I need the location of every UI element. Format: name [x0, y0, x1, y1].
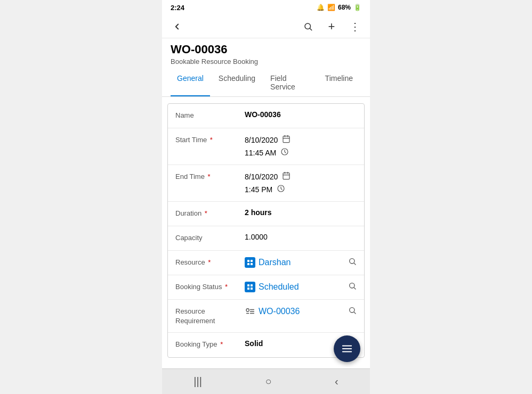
booking-type-required: * [219, 340, 223, 348]
svg-rect-21 [251, 288, 253, 290]
field-resource-requirement-label: Resource Requirement [175, 306, 245, 326]
svg-rect-12 [247, 260, 249, 262]
svg-rect-20 [247, 288, 249, 290]
resource-name: Darshan [259, 258, 291, 267]
field-name-label: Name [175, 110, 245, 120]
nav-home-button[interactable]: ○ [254, 373, 282, 390]
end-time-required: * [206, 173, 211, 180]
svg-point-29 [350, 308, 354, 313]
svg-rect-15 [251, 263, 253, 265]
field-resource-value[interactable]: Darshan [245, 257, 291, 268]
end-time: 1:45 PM [245, 185, 272, 194]
end-date: 8/10/2020 [245, 173, 278, 181]
svg-rect-19 [251, 284, 253, 286]
start-calendar-icon[interactable] [282, 135, 291, 145]
start-clock-icon[interactable] [280, 147, 289, 158]
field-booking-status-value[interactable]: Scheduled [245, 282, 299, 292]
field-resource-requirement-value[interactable]: WO-00036 [245, 307, 300, 316]
tabs-bar: General Scheduling Field Service Timelin… [162, 70, 370, 97]
page-header: WO-00036 Bookable Resource Booking [162, 38, 370, 70]
svg-line-17 [354, 263, 356, 265]
nav-menu-button[interactable]: ||| [183, 373, 213, 390]
svg-rect-18 [247, 284, 249, 286]
svg-rect-14 [247, 263, 249, 265]
svg-point-0 [305, 23, 311, 29]
field-start-time-label: Start Time * [175, 135, 245, 145]
resource-entity-icon [245, 257, 255, 268]
field-resource-value-container: Darshan [245, 257, 357, 268]
svg-rect-7 [283, 173, 289, 179]
bottom-nav: ||| ○ ‹ [162, 368, 370, 394]
resource-requirement-name: WO-00036 [259, 307, 300, 316]
wifi-icon: 📶 [327, 4, 335, 11]
alarm-icon: 🔔 [317, 4, 325, 11]
battery-label: 68% [338, 4, 351, 11]
action-bar-right: + ⋮ [301, 19, 362, 34]
action-bar: + ⋮ [162, 15, 370, 38]
field-name-row: Name WO-00036 [168, 104, 364, 128]
start-time-line: 11:45 AM [245, 147, 357, 158]
action-bar-left [170, 19, 184, 34]
field-resource-row: Resource * Darshan [168, 251, 364, 275]
field-capacity-value: 1.0000 [245, 233, 357, 241]
field-name-value: WO-00036 [245, 110, 357, 119]
svg-line-1 [310, 28, 311, 30]
field-capacity-label: Capacity [175, 233, 245, 243]
field-start-time-row: Start Time * 8/10/2020 [168, 128, 364, 165]
booking-status-name: Scheduled [259, 282, 299, 292]
field-booking-type-label: Booking Type * [175, 339, 245, 349]
page-subtitle: Bookable Resource Booking [171, 58, 361, 65]
back-button[interactable] [170, 19, 184, 34]
field-booking-status-value-container: Scheduled [245, 282, 357, 292]
field-duration-row: Duration * 2 hours [168, 202, 364, 226]
field-capacity-row: Capacity 1.0000 [168, 226, 364, 251]
resource-search-icon[interactable] [348, 257, 357, 268]
svg-line-23 [354, 288, 356, 289]
svg-rect-13 [251, 260, 253, 262]
svg-point-22 [350, 283, 354, 288]
field-resource-requirement-row: Resource Requirement WO-000 [168, 300, 364, 333]
booking-status-entity-icon [245, 282, 255, 292]
nav-back-button[interactable]: ‹ [324, 373, 349, 390]
resource-requirement-search-icon[interactable] [348, 306, 357, 317]
field-resource-label: Resource * [175, 257, 245, 267]
status-bar: 2:24 🔔 📶 68% 🔋 [162, 0, 370, 15]
field-resource-requirement-value-container: WO-00036 [245, 306, 357, 317]
svg-rect-2 [283, 136, 289, 143]
end-clock-icon[interactable] [277, 184, 285, 195]
booking-status-required: * [223, 283, 228, 291]
search-button[interactable] [301, 19, 316, 34]
tab-timeline[interactable]: Timeline [319, 70, 359, 96]
status-time: 2:24 [171, 4, 184, 12]
resource-required: * [206, 258, 211, 266]
field-end-time-row: End Time * 8/10/2020 [168, 165, 364, 202]
status-icons: 🔔 📶 68% 🔋 [317, 4, 361, 11]
field-duration-value: 2 hours [245, 208, 357, 217]
battery-icon: 🔋 [353, 4, 361, 11]
field-start-time-value[interactable]: 8/10/2020 11:45 AM [245, 135, 357, 158]
start-datetime-group: 8/10/2020 11:45 AM [245, 135, 357, 158]
field-end-time-value[interactable]: 8/10/2020 1:45 PM [245, 171, 357, 195]
add-button[interactable]: + [324, 19, 339, 34]
resource-req-icon [245, 307, 255, 316]
start-time: 11:45 AM [245, 149, 276, 157]
field-end-time-label: End Time * [175, 171, 245, 182]
content-area: Name WO-00036 Start Time * 8/10/2020 [162, 97, 370, 368]
field-booking-status-label: Booking Status * [175, 282, 245, 292]
svg-point-24 [246, 309, 249, 311]
end-time-line: 1:45 PM [245, 184, 357, 195]
svg-line-30 [354, 312, 356, 314]
tab-field-service[interactable]: Field Service [264, 70, 317, 96]
tab-general[interactable]: General [171, 70, 210, 96]
more-button[interactable]: ⋮ [348, 19, 362, 34]
duration-required: * [203, 209, 207, 217]
tab-scheduling[interactable]: Scheduling [212, 70, 262, 96]
booking-status-search-icon[interactable] [348, 282, 357, 292]
page-title: WO-00036 [171, 43, 361, 56]
fab-button[interactable] [334, 335, 360, 362]
svg-point-16 [350, 259, 354, 264]
start-date: 8/10/2020 [245, 136, 278, 144]
end-calendar-icon[interactable] [282, 171, 291, 182]
start-time-required: * [208, 136, 213, 144]
end-datetime-group: 8/10/2020 1:45 PM [245, 171, 357, 195]
